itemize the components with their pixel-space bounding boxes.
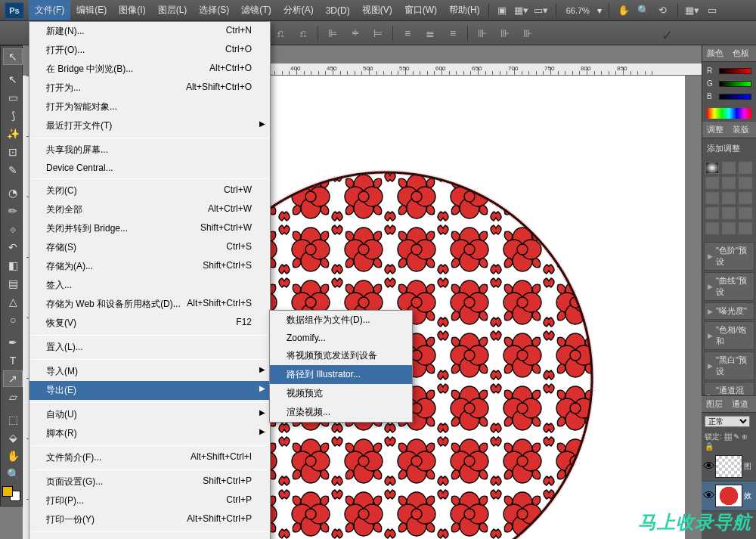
- path-select-tool[interactable]: ↖: [3, 71, 23, 88]
- menu-item[interactable]: 打印一份(Y)Alt+Shift+Ctrl+P: [29, 510, 270, 529]
- menu-item[interactable]: 文件简介(F)...Alt+Shift+Ctrl+I: [29, 448, 270, 467]
- 3d-tool[interactable]: ⬚: [3, 411, 23, 428]
- color-swatch[interactable]: [2, 486, 20, 501]
- menu-item[interactable]: 退出(X)Ctrl+Q: [29, 534, 270, 539]
- preset-item[interactable]: ▶"曲线"预设: [704, 272, 754, 301]
- eraser-tool[interactable]: ◧: [3, 257, 23, 274]
- menu-edit[interactable]: 编辑(E): [70, 0, 113, 20]
- marquee-tool[interactable]: ▭: [3, 89, 23, 106]
- doc-icon[interactable]: ▭: [705, 3, 720, 18]
- adj-icon[interactable]: [739, 222, 752, 234]
- menu-item[interactable]: 打开为智能对象...: [29, 98, 270, 116]
- hand-icon[interactable]: ✋: [616, 3, 631, 18]
- tab-layers[interactable]: 图层: [702, 396, 727, 412]
- zoom-icon[interactable]: 🔍: [636, 3, 651, 18]
- adj-icon[interactable]: [722, 207, 736, 219]
- heal-tool[interactable]: ◔: [3, 184, 23, 201]
- opt-icon[interactable]: ⎌: [295, 26, 311, 41]
- gradient-tool[interactable]: ▤: [3, 275, 23, 292]
- lasso-tool[interactable]: ⟆: [3, 107, 23, 124]
- menu-layer[interactable]: 图层(L): [152, 0, 194, 20]
- menu-item[interactable]: 打印(P)...Ctrl+P: [29, 491, 270, 510]
- submenu-item[interactable]: 数据组作为文件(D)...: [270, 311, 412, 330]
- stamp-tool[interactable]: ⟐: [3, 221, 23, 237]
- extras-icon[interactable]: ▦▾: [685, 3, 700, 18]
- submenu-item[interactable]: 渲染视频...: [270, 403, 412, 422]
- menu-item[interactable]: 关闭全部Alt+Ctrl+W: [29, 200, 270, 219]
- menu-item[interactable]: 存储为(A)...Shift+Ctrl+S: [29, 257, 270, 276]
- menu-item[interactable]: Device Central...: [29, 160, 270, 176]
- tab-swatches[interactable]: 色板: [728, 45, 754, 61]
- adj-icon[interactable]: [739, 162, 752, 174]
- type-tool[interactable]: T: [3, 352, 23, 369]
- commit-icon[interactable]: ✓: [662, 27, 673, 44]
- preset-item[interactable]: ▶"色阶"预设: [704, 242, 754, 271]
- adj-icon[interactable]: [722, 162, 736, 174]
- menu-item[interactable]: 置入(L)...: [29, 338, 270, 357]
- tab-channels[interactable]: 通道: [727, 396, 753, 412]
- adj-icon[interactable]: [739, 207, 752, 219]
- adj-icon[interactable]: [705, 222, 719, 234]
- menu-analysis[interactable]: 分析(A): [277, 0, 320, 20]
- direct-select-tool[interactable]: ↗: [3, 370, 23, 387]
- distribute-icon[interactable]: ⊪: [519, 26, 536, 41]
- tab-color[interactable]: 颜色: [702, 45, 728, 61]
- adj-icon[interactable]: [722, 222, 736, 234]
- zoom-tool[interactable]: 🔍: [3, 466, 23, 482]
- slider-b[interactable]: [719, 94, 751, 100]
- adj-icon[interactable]: [705, 207, 719, 219]
- submenu-item[interactable]: 视频预览: [270, 384, 412, 403]
- preset-item[interactable]: ▶"黑白"预设: [704, 352, 754, 380]
- menu-item[interactable]: 打开(O)...Ctrl+O: [29, 41, 270, 60]
- distribute-icon[interactable]: ≡: [445, 26, 461, 41]
- menu-item[interactable]: 页面设置(G)...Shift+Ctrl+P: [29, 472, 270, 491]
- menu-item[interactable]: 脚本(R)▶: [29, 424, 270, 443]
- menu-item[interactable]: 共享我的屏幕...: [29, 141, 270, 160]
- menu-3d[interactable]: 3D(D): [320, 0, 356, 20]
- layer-row[interactable]: 👁 效: [702, 482, 756, 511]
- menu-item[interactable]: 恢复(V)F12: [29, 314, 270, 333]
- menu-help[interactable]: 帮助(H): [443, 0, 486, 20]
- menu-view[interactable]: 视图(V): [356, 0, 398, 20]
- submenu-item[interactable]: 将视频预览发送到设备: [270, 346, 412, 365]
- menu-item[interactable]: 打开为...Alt+Shift+Ctrl+O: [29, 79, 270, 98]
- opt-icon[interactable]: ⎌: [272, 26, 289, 41]
- bridge-icon[interactable]: ▣: [494, 3, 510, 18]
- menu-item[interactable]: 导出(E)▶: [29, 381, 270, 400]
- menu-image[interactable]: 图像(I): [113, 0, 151, 20]
- distribute-icon[interactable]: ⊪: [474, 26, 491, 41]
- menu-file[interactable]: 文件(F): [29, 0, 70, 20]
- history-brush-tool[interactable]: ↶: [3, 239, 23, 256]
- color-spectrum[interactable]: [707, 108, 751, 119]
- blend-mode-select[interactable]: 正常: [705, 416, 750, 427]
- menu-item[interactable]: 存储(S)Ctrl+S: [29, 238, 270, 257]
- dodge-tool[interactable]: ○: [3, 311, 23, 328]
- wand-tool[interactable]: ✨: [3, 125, 23, 142]
- layer-row[interactable]: 👁 图: [702, 452, 756, 482]
- menu-item[interactable]: 自动(U)▶: [29, 405, 270, 424]
- pen-tool[interactable]: ✒: [3, 334, 23, 351]
- hand-tool[interactable]: ✋: [3, 448, 23, 464]
- distribute-icon[interactable]: ≣: [422, 26, 438, 41]
- menu-item[interactable]: 新建(N)...Ctrl+N: [29, 22, 270, 41]
- 3d-camera-tool[interactable]: ⬙: [3, 429, 23, 446]
- adj-icon[interactable]: [722, 192, 736, 204]
- menu-select[interactable]: 选择(S): [193, 0, 235, 20]
- slider-g[interactable]: [719, 81, 751, 87]
- brush-tool[interactable]: ✏: [3, 203, 23, 219]
- arrange-icon[interactable]: ▦▾: [514, 3, 529, 18]
- align-icon[interactable]: ⫩: [347, 26, 364, 41]
- menu-item[interactable]: 导入(M)▶: [29, 362, 270, 381]
- crop-tool[interactable]: ⊡: [3, 144, 23, 160]
- menu-item[interactable]: 关闭(C)Ctrl+W: [29, 181, 270, 200]
- adj-icon[interactable]: [722, 177, 736, 189]
- menu-item[interactable]: 在 Bridge 中浏览(B)...Alt+Ctrl+O: [29, 60, 270, 79]
- adj-icon[interactable]: [705, 177, 719, 189]
- distribute-icon[interactable]: ⊪: [497, 26, 513, 41]
- screen-mode-icon[interactable]: ▭▾: [534, 3, 549, 18]
- adj-icon[interactable]: [739, 192, 752, 204]
- preset-item[interactable]: ▶"曝光度": [704, 302, 754, 320]
- menu-window[interactable]: 窗口(W): [398, 0, 443, 20]
- tab-adjustments[interactable]: 调整: [702, 122, 728, 138]
- eyedropper-tool[interactable]: ✎: [3, 162, 23, 178]
